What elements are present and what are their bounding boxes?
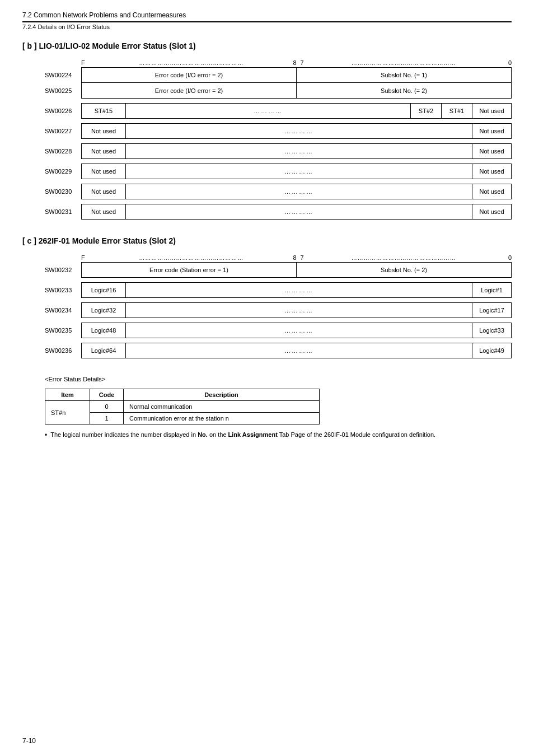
main-header: 7.2 Common Network Problems and Counterm… [22, 11, 512, 22]
sw00230-left: Not used [81, 184, 126, 199]
bit-8-c: 8 [291, 254, 299, 261]
sw00227-right: Not used [472, 123, 512, 139]
sw00235-right: Logic#33 [472, 323, 512, 338]
sw00233-left: Logic#16 [81, 282, 126, 298]
sub-title: 7.2.4 Details on I/O Error Status [22, 24, 512, 30]
sw00226-dots: ………… [126, 103, 411, 119]
desc-0: Normal communication [124, 401, 320, 413]
row-sw00225: SW00225 Error code (I/O error = 2) Subsl… [45, 83, 512, 99]
row-sw00234: SW00234 Logic#32 ………… Logic#17 [45, 302, 512, 318]
sw00231-right: Not used [472, 204, 512, 220]
bit-0-b: 0 [503, 59, 512, 66]
sw00227-dots: ………… [126, 123, 472, 139]
label-sw00234: SW00234 [45, 302, 81, 318]
col-item: Item [45, 389, 90, 401]
note: • The logical number indicates the numbe… [45, 431, 512, 439]
dots-left-c: …………………………………………… [92, 255, 291, 261]
row-sw00228: SW00228 Not used ………… Not used [45, 143, 512, 159]
col-desc: Description [124, 389, 320, 401]
sw00230-right: Not used [472, 184, 512, 199]
sw00228-dots: ………… [126, 143, 472, 159]
sw00231-left: Not used [81, 204, 126, 220]
label-sw00235: SW00235 [45, 323, 81, 338]
page-number: 7-10 [22, 737, 36, 745]
label-sw00226: SW00226 [45, 103, 81, 119]
note-bullet: • [45, 431, 47, 439]
row-sw00233: SW00233 Logic#16 ………… Logic#1 [45, 282, 512, 298]
sw00226-notused: Not used [472, 103, 512, 119]
bit-header-row-c: F …………………………………………… 8 7 …………………………………………… [81, 254, 512, 261]
row-sw00231: SW00231 Not used ………… Not used [45, 204, 512, 220]
sw00226-st2: ST#2 [411, 103, 442, 119]
section-b-title: [ b ] LIO-01/LIO-02 Module Error Status … [22, 41, 512, 50]
label-sw00232: SW00232 [45, 262, 81, 278]
sw00232-left: Error code (Station error = 1) [81, 262, 297, 278]
row-sw00229: SW00229 Not used ………… Not used [45, 164, 512, 179]
label-sw00224: SW00224 [45, 67, 81, 83]
dots-right-c: …………………………………………… [305, 255, 503, 261]
code-0: 0 [90, 401, 124, 413]
note-text: The logical number indicates the number … [50, 431, 435, 438]
sw00226-st15: ST#15 [81, 103, 126, 119]
row-sw00232: SW00232 Error code (Station error = 1) S… [45, 262, 512, 278]
col-code: Code [90, 389, 124, 401]
section-b-diagram: F …………………………………………… 8 7 …………………………………………… [45, 59, 512, 220]
sw00236-right: Logic#49 [472, 343, 512, 358]
row-sw00224: SW00224 Error code (I/O error = 2) Subsl… [45, 67, 512, 83]
row-sw00226: SW00226 ST#15 ………… ST#2 ST#1 Not used [45, 103, 512, 119]
desc-1: Communication error at the station n [124, 413, 320, 424]
sw00234-right: Logic#17 [472, 302, 512, 318]
sw00231-dots: ………… [126, 204, 472, 220]
table-row: ST#n 0 Normal communication [45, 401, 320, 413]
row-sw00230: SW00230 Not used ………… Not used [45, 184, 512, 199]
sw00225-left: Error code (I/O error = 2) [81, 83, 297, 99]
label-sw00231: SW00231 [45, 204, 81, 220]
bit-f-c: F [81, 254, 92, 261]
label-sw00233: SW00233 [45, 282, 81, 298]
sw00229-dots: ………… [126, 164, 472, 179]
sw00235-dots: ………… [126, 323, 472, 338]
label-sw00227: SW00227 [45, 123, 81, 139]
label-sw00228: SW00228 [45, 143, 81, 159]
sw00233-right: Logic#1 [472, 282, 512, 298]
bit-7-b: 7 [299, 59, 305, 66]
bit-8-b: 8 [291, 59, 299, 66]
bit-header-row-b: F …………………………………………… 8 7 …………………………………………… [81, 59, 512, 66]
row-sw00235: SW00235 Logic#48 ………… Logic#33 [45, 323, 512, 338]
bit-7-c: 7 [299, 254, 305, 261]
section-c-diagram: F …………………………………………… 8 7 …………………………………………… [45, 254, 512, 358]
sw00234-dots: ………… [126, 302, 472, 318]
sw00229-left: Not used [81, 164, 126, 179]
dots-right-b: …………………………………………… [305, 60, 503, 66]
label-sw00229: SW00229 [45, 164, 81, 179]
row-sw00227: SW00227 Not used ………… Not used [45, 123, 512, 139]
sw00227-left: Not used [81, 123, 126, 139]
sw00233-dots: ………… [126, 282, 472, 298]
sw00225-right: Subslot No. (= 2) [297, 83, 512, 99]
sw00236-dots: ………… [126, 343, 472, 358]
label-sw00236: SW00236 [45, 343, 81, 358]
row-sw00236: SW00236 Logic#64 ………… Logic#49 [45, 343, 512, 358]
sw00224-left: Error code (I/O error = 2) [81, 67, 297, 83]
bit-0-c: 0 [503, 254, 512, 261]
sw00230-dots: ………… [126, 184, 472, 199]
sw00232-right: Subslot No. (= 2) [297, 262, 512, 278]
sw00228-right: Not used [472, 143, 512, 159]
bit-f-b: F [81, 59, 92, 66]
code-1: 1 [90, 413, 124, 424]
sw00234-left: Logic#32 [81, 302, 126, 318]
error-status-title: <Error Status Details> [45, 375, 512, 383]
sw00236-left: Logic#64 [81, 343, 126, 358]
sw00229-right: Not used [472, 164, 512, 179]
sw00228-left: Not used [81, 143, 126, 159]
section-c-title: [ c ] 262IF-01 Module Error Status (Slot… [22, 236, 512, 245]
error-status-table: Item Code Description ST#n 0 Normal comm… [45, 389, 320, 424]
sw00224-right: Subslot No. (= 1) [297, 67, 512, 83]
label-sw00225: SW00225 [45, 83, 81, 99]
dots-left-b: …………………………………………… [92, 60, 291, 66]
item-stn: ST#n [45, 401, 90, 424]
sw00235-left: Logic#48 [81, 323, 126, 338]
label-sw00230: SW00230 [45, 184, 81, 199]
main-title: 7.2 Common Network Problems and Counterm… [22, 11, 512, 19]
sw00226-st1: ST#1 [442, 103, 472, 119]
